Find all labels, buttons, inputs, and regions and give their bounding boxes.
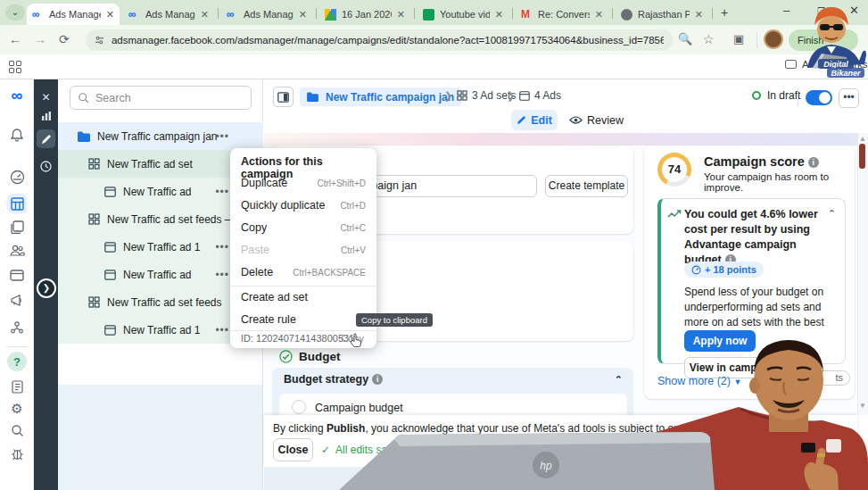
menu-item-delete[interactable]: DeleteCtrl+BACKSPACE (230, 262, 376, 284)
campaign-header-gradient (264, 133, 857, 145)
ad-icon (104, 270, 116, 280)
row-menu-icon[interactable]: ••• (215, 269, 229, 281)
info-icon[interactable]: i (372, 374, 383, 385)
create-template-button[interactable]: Create template (545, 175, 628, 197)
publish-toggle[interactable] (806, 90, 832, 105)
tab-gmail-conversation[interactable]: M Re: Conversati ✕ (516, 4, 608, 25)
billing-icon[interactable] (7, 265, 27, 285)
menu-item-duplicate[interactable]: DuplicateCtrl+Shift+D (230, 172, 376, 195)
back-icon[interactable]: ← (9, 32, 21, 46)
performance-chart-icon[interactable] (37, 106, 55, 125)
edit-tab[interactable]: Edit (511, 110, 558, 130)
tree-row-campaign[interactable]: New Traffic campaign jan ••• (58, 122, 263, 150)
tab-ads-manager-1[interactable]: ∞ Ads Manager ✕ (27, 4, 120, 25)
tab-drive-doc[interactable]: 16 Jan 2026 - ✕ (319, 4, 410, 25)
url-bar[interactable]: adsmanager.facebook.com/adsmanager/manag… (86, 29, 673, 51)
review-tab[interactable]: Review (569, 110, 624, 130)
scroll-up-icon[interactable]: ▲ (859, 135, 866, 143)
menu-item-copy[interactable]: CopyCtrl+C (230, 217, 376, 239)
tab-close-icon[interactable]: ✕ (595, 9, 603, 21)
expand-panel-chevron-icon[interactable]: ❯ (38, 280, 54, 296)
tab-close-icon[interactable]: ✕ (495, 9, 503, 21)
tab-ads-manager-3[interactable]: ∞ Ads Manager ✕ (221, 4, 312, 25)
settings-gear-icon[interactable]: ⚙ (7, 399, 27, 419)
terms-link[interactable]: Terms and Conditions. (686, 422, 792, 435)
editor-close-icon[interactable]: ✕ (37, 87, 55, 106)
audiences-icon[interactable] (7, 240, 27, 260)
sticker-text-2: Bikaner (831, 69, 861, 78)
side-panel-icon[interactable]: ▣ (733, 32, 744, 46)
tab-rajasthan-pin[interactable]: Rajasthan PIN ✕ (616, 4, 708, 25)
menu-item-create-rule[interactable]: Create rule (230, 309, 376, 331)
tab-close-icon[interactable]: ✕ (695, 9, 703, 21)
budget-strategy-row[interactable]: Budget strategy i ⌃ (284, 373, 623, 386)
budget-title: Budget (299, 350, 341, 363)
ads-reporting-icon[interactable] (7, 217, 27, 237)
campaigns-table-icon[interactable] (7, 194, 27, 213)
forward-icon[interactable]: → (34, 32, 46, 46)
status-in-draft: In draft (752, 89, 800, 102)
scrollbar-track[interactable] (857, 133, 868, 415)
info-icon[interactable]: i (808, 157, 819, 168)
collapse-chevron-icon[interactable]: ⌃ (828, 208, 836, 220)
header-more-button[interactable]: ••• (839, 88, 859, 108)
menu-item-paste[interactable]: PasteCtrl+V (230, 239, 376, 262)
tab-ads-manager-2[interactable]: ∞ Ads Manager ✕ (123, 4, 214, 25)
menu-item-quickly-duplicate[interactable]: Quickly duplicateCtrl+D (230, 195, 376, 217)
site-settings-icon[interactable] (95, 35, 104, 46)
tab-close-icon[interactable]: ✕ (201, 9, 209, 21)
reload-icon[interactable]: ⟳ (59, 32, 70, 46)
close-button[interactable]: Close (273, 438, 313, 461)
row-menu-icon[interactable]: ••• (215, 241, 229, 253)
bookmark-star-icon[interactable]: ☆ (703, 32, 715, 46)
help-icon[interactable]: ? (7, 352, 27, 371)
window-minimize-button[interactable]: – (783, 4, 789, 17)
edit-pencil-icon[interactable] (37, 129, 55, 148)
search-rail-icon[interactable] (7, 420, 27, 440)
campaign-budget-radio[interactable] (292, 400, 306, 414)
events-manager-icon[interactable] (7, 290, 27, 310)
breadcrumb-ads[interactable]: 4 Ads (519, 89, 561, 102)
bottom-strip (264, 467, 857, 490)
drive-icon (325, 9, 336, 21)
scroll-down-icon[interactable]: ▼ (859, 402, 866, 410)
profile-avatar[interactable] (764, 29, 783, 49)
toolbar-divider (756, 32, 757, 48)
history-clock-icon[interactable] (37, 157, 55, 176)
score-gauge: 74 (657, 153, 691, 187)
screen: ⌄ ∞ Ads Manager ✕ ∞ Ads Manager ✕ ∞ Ads … (0, 0, 868, 490)
folder-icon (78, 131, 90, 142)
zoom-out-icon[interactable]: 🔍 (678, 32, 692, 46)
show-more-link[interactable]: Show more (2) ▼ (657, 375, 741, 387)
row-menu-icon[interactable]: ••• (215, 130, 229, 143)
tree-search-input[interactable]: Search (70, 86, 252, 110)
account-overview-icon[interactable] (7, 167, 27, 187)
budget-strategy-label: Budget strategy (284, 373, 368, 386)
copy-tooltip: Copy to clipboard (356, 313, 433, 327)
tab-close-icon[interactable]: ✕ (106, 9, 114, 21)
points-badge: + 18 points (684, 262, 764, 278)
new-tab-button[interactable]: + (721, 5, 728, 20)
meta-logo-icon[interactable]: ∞ (7, 86, 27, 105)
tab-close-icon[interactable]: ✕ (299, 9, 307, 21)
breadcrumb-campaign[interactable]: New Traffic campaign jan (300, 87, 461, 106)
apply-now-button[interactable]: Apply now (684, 330, 756, 352)
chevron-right-icon: ❯ (507, 90, 515, 102)
collapse-sidebar-icon[interactable] (273, 87, 293, 107)
collapse-chevron-icon[interactable]: ⌃ (615, 374, 623, 386)
gmail-icon: M (521, 9, 533, 21)
breadcrumb-label: 4 Ads (534, 89, 561, 102)
adset-grid-icon (457, 90, 467, 101)
row-menu-icon[interactable]: ••• (215, 186, 229, 198)
scrollbar-thumb[interactable] (859, 144, 865, 169)
menu-item-create-ad-set[interactable]: Create ad set (230, 287, 376, 309)
tab-youtube-video-sheet[interactable]: Youtube video ✕ (417, 4, 508, 25)
apps-grid-icon[interactable] (9, 61, 21, 73)
tab-close-icon[interactable]: ✕ (397, 9, 405, 21)
changelog-icon[interactable] (7, 377, 27, 396)
tab-search-chevron-icon[interactable]: ⌄ (5, 4, 25, 21)
assets-hierarchy-icon[interactable] (7, 318, 27, 337)
bug-report-icon[interactable] (7, 444, 27, 463)
row-menu-icon[interactable]: ••• (215, 324, 229, 336)
notifications-bell-icon[interactable] (7, 125, 27, 145)
